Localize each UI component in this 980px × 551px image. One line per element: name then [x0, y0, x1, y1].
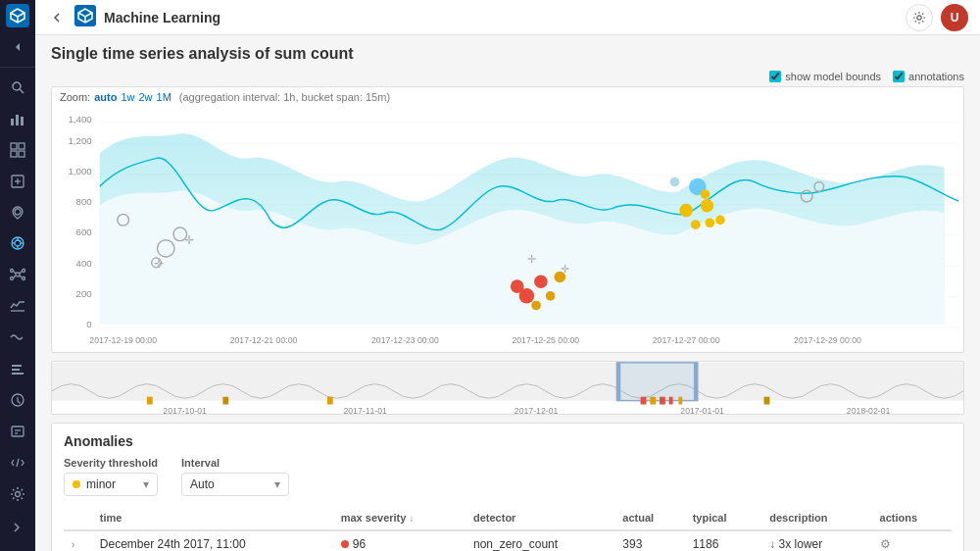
- svg-rect-91: [660, 397, 665, 405]
- svg-text:2017-12-29 00:00: 2017-12-29 00:00: [794, 335, 861, 345]
- svg-rect-88: [327, 397, 333, 405]
- page-title: Machine Learning: [104, 10, 220, 25]
- severity-select[interactable]: minor ▾: [64, 473, 158, 496]
- content-area: Single time series analysis of sum count…: [35, 35, 980, 551]
- svg-point-71: [715, 215, 725, 225]
- main-chart: Zoom: auto 1w 2w 1M (aggregation interva…: [51, 86, 964, 353]
- severity-value: minor: [86, 477, 116, 491]
- monitoring-icon[interactable]: [4, 292, 31, 320]
- settings-button[interactable]: [906, 4, 933, 31]
- ml-icon[interactable]: [4, 229, 31, 257]
- th-expand: [64, 506, 92, 530]
- svg-rect-6: [19, 143, 24, 149]
- zoom-bar: Zoom: auto 1w 2w 1M (aggregation interva…: [52, 87, 963, 107]
- analysis-title: Single time series analysis of sum count: [51, 45, 964, 63]
- svg-point-75: [670, 177, 680, 187]
- interval-select[interactable]: Auto ▾: [181, 473, 289, 496]
- trend-icon: ↓: [769, 537, 775, 551]
- th-detector: detector: [466, 506, 614, 530]
- svg-point-23: [23, 277, 25, 280]
- cell-actual: 393: [614, 530, 684, 551]
- zoom-1m[interactable]: 1M: [157, 91, 172, 103]
- forward-icon[interactable]: [4, 514, 31, 541]
- svg-point-69: [691, 220, 701, 229]
- svg-point-20: [11, 270, 14, 273]
- th-typical: typical: [685, 506, 762, 530]
- table-row: › December 24th 2017, 11:00 96 non_zero_…: [64, 530, 952, 551]
- back-button[interactable]: [47, 8, 67, 27]
- th-max-severity[interactable]: max severity ↓: [333, 506, 466, 530]
- severity-dot: [73, 480, 80, 488]
- uptime-icon[interactable]: [4, 386, 31, 414]
- dashboard-icon[interactable]: [4, 136, 31, 164]
- svg-rect-2: [11, 119, 14, 125]
- svg-point-63: [531, 301, 541, 311]
- svg-rect-85: [694, 363, 698, 401]
- zoom-2w[interactable]: 2w: [138, 91, 152, 103]
- svg-line-26: [14, 276, 17, 278]
- svg-point-72: [701, 189, 710, 199]
- svg-text:✛: ✛: [561, 263, 569, 275]
- main-content: Machine Learning U Single time series an…: [35, 0, 980, 551]
- svg-point-19: [16, 273, 20, 276]
- back-icon[interactable]: [4, 33, 31, 61]
- expand-button[interactable]: ›: [72, 539, 74, 550]
- dev-tools-icon[interactable]: [4, 449, 31, 476]
- svg-point-70: [706, 218, 715, 227]
- filters-row: Severity threshold minor ▾ Interval Auto…: [64, 457, 952, 496]
- svg-point-60: [511, 279, 524, 293]
- anomalies-title: Anomalies: [64, 433, 952, 449]
- svg-text:1,000: 1,000: [68, 166, 91, 176]
- maps-icon[interactable]: [4, 199, 31, 226]
- severity-indicator: [341, 540, 349, 548]
- sort-icon: ↓: [409, 513, 414, 524]
- topbar-logo: [74, 5, 96, 26]
- sidebar: [0, 0, 35, 551]
- interval-value: Auto: [190, 477, 215, 491]
- svg-point-59: [534, 276, 548, 289]
- chart-svg: 0 200 400 600 800 1,000 1,200 1,400: [52, 107, 963, 352]
- svg-text:2017-12-23 00:00: 2017-12-23 00:00: [371, 335, 439, 345]
- svg-text:2017-12-19 00:00: 2017-12-19 00:00: [89, 335, 157, 345]
- svg-text:2017-12-21 00:00: 2017-12-21 00:00: [230, 335, 298, 345]
- discover-icon[interactable]: [4, 74, 31, 101]
- management-icon[interactable]: [4, 480, 31, 508]
- zoom-auto[interactable]: auto: [94, 91, 117, 103]
- table-header-row: time max severity ↓ detector actual typi…: [64, 506, 952, 530]
- user-avatar[interactable]: U: [941, 4, 968, 31]
- chart-options: show model bounds annotations: [51, 71, 964, 82]
- th-time: time: [92, 506, 333, 530]
- svg-text:2017-01-01: 2017-01-01: [680, 406, 724, 415]
- severity-chevron: ▾: [143, 477, 149, 491]
- metrics-icon[interactable]: [4, 355, 31, 382]
- show-model-bounds-checkbox[interactable]: show model bounds: [769, 71, 881, 82]
- visualize-icon[interactable]: [4, 105, 31, 132]
- svg-point-0: [13, 82, 21, 90]
- graph-icon[interactable]: [4, 261, 31, 288]
- annotations-checkbox[interactable]: annotations: [893, 71, 964, 82]
- cell-detector: non_zero_count: [466, 530, 614, 551]
- svg-line-1: [20, 89, 24, 93]
- svg-point-67: [679, 204, 693, 218]
- svg-line-25: [20, 272, 23, 275]
- svg-rect-29: [12, 426, 24, 436]
- zoom-1w[interactable]: 1w: [121, 91, 134, 103]
- row-settings-icon[interactable]: ⚙: [880, 537, 891, 551]
- svg-line-24: [14, 272, 17, 275]
- severity-filter: Severity threshold minor ▾: [64, 457, 158, 496]
- severity-label: Severity threshold: [64, 457, 158, 469]
- svg-rect-3: [16, 115, 19, 125]
- app-logo[interactable]: [6, 4, 29, 27]
- sidebar-bottom: [4, 447, 31, 551]
- cell-actions: ⚙: [872, 530, 952, 551]
- svg-point-12: [15, 209, 21, 215]
- apm-icon[interactable]: [4, 418, 31, 445]
- canvas-icon[interactable]: [4, 168, 31, 195]
- cell-severity: 96: [333, 530, 466, 551]
- svg-point-21: [23, 270, 25, 273]
- brush-chart[interactable]: 2017-10-01 2017-11-01 2017-12-01 2017-01…: [51, 361, 964, 415]
- svg-point-34: [917, 15, 921, 19]
- timelion-icon[interactable]: [4, 324, 31, 351]
- svg-text:2018-02-01: 2018-02-01: [847, 406, 891, 415]
- svg-rect-90: [650, 397, 656, 405]
